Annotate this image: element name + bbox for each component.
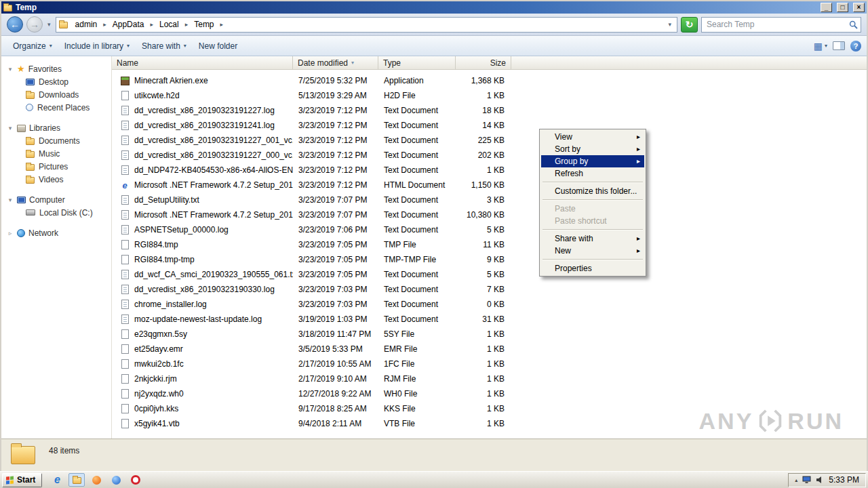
expander-icon[interactable]: ▹ [7,230,14,237]
context-menu-item-group-by[interactable]: Group by▸ [541,155,644,167]
search-icon [849,20,858,29]
file-row[interactable]: chrome_installer.log3/23/2019 7:03 PMTex… [112,297,867,312]
file-row[interactable]: e23qgmxn.5sy3/18/2019 11:47 PM5SY File1 … [112,327,867,342]
file-row[interactable]: mwkui2cb.1fc2/17/2019 10:55 AM1FC File1 … [112,357,867,371]
sidebar-item-downloads[interactable]: Downloads [1,88,111,101]
context-menu-item-refresh[interactable]: Refresh [541,167,644,180]
file-type-cell: Text Document [378,195,456,205]
document-page-icon [121,419,129,428]
file-row[interactable]: Minecraft Akrien.exe7/25/2019 5:32 PMApp… [112,73,867,88]
sidebar-item-documents[interactable]: Documents [1,134,111,147]
breadcrumb-item-local[interactable]: Local [155,19,184,30]
file-row[interactable]: moz-update-newest-last-update.log3/19/20… [112,312,867,327]
file-row[interactable]: dd_vcredist_x86_20190323190330.log3/23/2… [112,282,867,297]
column-header-size[interactable]: Size [456,56,511,69]
file-row[interactable]: dd_vcredist_x86_20190323191241.log3/23/2… [112,118,867,133]
breadcrumb-chevron-icon[interactable]: ▸ [184,21,190,28]
recent-pages-dropdown-icon[interactable]: ▾ [46,21,52,28]
file-icon-file [120,374,130,384]
file-row[interactable]: RGI884.tmp3/23/2019 7:05 PMTMP File11 KB [112,237,867,252]
file-row[interactable]: 2nkjckki.rjm2/17/2019 9:10 AMRJM File1 K… [112,371,867,386]
sidebar-group-network[interactable]: ▹Network [1,227,111,239]
file-date-cell: 3/23/2019 7:06 PM [293,225,378,235]
sidebar-item-music[interactable]: Music [1,147,111,160]
breadcrumb-chevron-icon[interactable]: ▸ [219,21,225,28]
close-button[interactable]: × [853,3,865,12]
context-menu-item-share-with[interactable]: Share with▸ [541,232,644,245]
toolbar-button-include-in-library[interactable]: Include in library▾ [58,39,136,54]
preview-pane-button[interactable] [833,41,845,50]
start-button[interactable]: Start [2,473,42,487]
file-row[interactable]: Microsoft .NET Framework 4.7.2 Setup_201… [112,207,867,222]
maximize-button[interactable]: □ [837,3,848,12]
expander-icon[interactable]: ▾ [7,66,14,73]
refresh-button[interactable]: ↻ [681,17,698,33]
sidebar-item-pictures[interactable]: Pictures [1,160,111,173]
file-row[interactable]: dd_vcredist_x86_20190323191227_000_vc...… [112,148,867,163]
column-header-date-modified[interactable]: Date modified▾ [293,56,378,69]
file-size-cell: 5 KB [456,270,511,279]
context-menu-item-new[interactable]: New▸ [541,245,644,257]
address-box[interactable]: admin▸AppData▸Local▸Temp▸ ▾ [56,17,677,33]
context-menu-item-properties[interactable]: Properties [541,262,644,274]
opera-icon[interactable] [127,473,144,487]
file-row[interactable]: dd_wcf_CA_smci_20190323_190555_061.txt3/… [112,267,867,282]
search-input[interactable] [707,20,849,29]
minimize-button[interactable]: _ [821,3,832,12]
file-row[interactable]: RGI884.tmp-tmp3/23/2019 7:05 PMTMP-TMP F… [112,252,867,267]
toolbar-button-label: Organize [13,41,46,51]
column-header-name[interactable]: Name [112,56,293,69]
firefox-icon[interactable] [88,473,104,487]
change-view-button[interactable]: ▦ ▾ [814,41,827,52]
internet-explorer-icon[interactable]: e [49,473,65,487]
volume-tray-icon[interactable] [816,476,824,484]
folder-icon [26,164,35,171]
show-hidden-icons-button[interactable]: ▴ [795,477,797,483]
sidebar-group-libraries[interactable]: ▾Libraries [1,122,111,134]
sidebar-item-recent-places[interactable]: Recent Places [1,101,111,114]
breadcrumb-chevron-icon[interactable]: ▸ [149,21,155,28]
windows-explorer-taskbar-button[interactable] [68,473,85,487]
file-row[interactable]: ASPNETSetup_00000.log3/23/2019 7:06 PMTe… [112,222,867,237]
display-tray-icon[interactable] [802,476,811,484]
breadcrumb-chevron-icon[interactable]: ▸ [102,21,108,28]
file-row[interactable]: nj2yxqdz.wh012/27/2018 9:22 AMWH0 File1 … [112,386,867,401]
expander-icon[interactable]: ▾ [7,125,14,131]
sidebar-item-videos[interactable]: Videos [1,173,111,186]
file-row[interactable]: et25dayv.emr3/5/2019 5:33 PMEMR File1 KB [112,342,867,357]
context-menu-item-sort-by[interactable]: Sort by▸ [541,143,644,155]
taskbar-clock[interactable]: 5:33 PM [829,475,859,485]
forward-button[interactable]: → [26,16,43,33]
file-size-cell: 1,368 KB [456,76,511,85]
toolbar-button-organize[interactable]: Organize▾ [7,39,58,54]
document-page-icon [121,225,129,235]
file-row[interactable]: dd_vcredist_x86_20190323191227_001_vc...… [112,133,867,148]
file-row[interactable]: dd_NDP472-KB4054530-x86-x64-AllOS-ENU...… [112,163,867,178]
file-row[interactable]: dd_SetupUtility.txt3/23/2019 7:07 PMText… [112,192,867,207]
toolbar-button-share-with[interactable]: Share with▾ [136,39,193,54]
address-dropdown-icon[interactable]: ▾ [665,21,674,28]
file-row[interactable]: utikcwte.h2d5/13/2019 3:29 AMH2D File1 K… [112,88,867,103]
breadcrumb-item-admin[interactable]: admin [71,19,102,30]
file-row[interactable]: eMicrosoft .NET Framework 4.7.2 Setup_20… [112,178,867,192]
sidebar-item-local-disk-c[interactable]: Local Disk (C:) [1,206,111,219]
column-header-type[interactable]: Type [378,56,456,69]
help-button[interactable]: ? [850,41,861,52]
blue-app-icon[interactable] [108,473,124,487]
breadcrumb-item-appdata[interactable]: AppData [108,19,149,30]
search-box[interactable] [701,17,861,33]
expander-icon[interactable]: ▾ [7,197,14,203]
sidebar-group-favorites[interactable]: ▾★Favorites [1,63,111,75]
file-row[interactable]: dd_vcredist_x86_20190323191227.log3/23/2… [112,103,867,118]
sidebar-item-desktop[interactable]: Desktop [1,75,111,88]
context-menu-item-customize-this-folder[interactable]: Customize this folder... [541,185,644,197]
breadcrumb-item-temp[interactable]: Temp [189,19,218,30]
sidebar-group-computer[interactable]: ▾Computer [1,194,111,206]
toolbar-button-new-folder[interactable]: New folder [193,39,243,54]
document-page-icon [121,136,129,145]
file-list-body: Minecraft Akrien.exe7/25/2019 5:32 PMApp… [112,70,867,439]
file-name-cell: dd_vcredist_x86_20190323191227_001_vc... [112,136,293,146]
context-menu-item-view[interactable]: View▸ [541,131,644,143]
title-bar[interactable]: Temp _ □ × [1,1,867,14]
back-button[interactable]: ← [7,16,23,33]
